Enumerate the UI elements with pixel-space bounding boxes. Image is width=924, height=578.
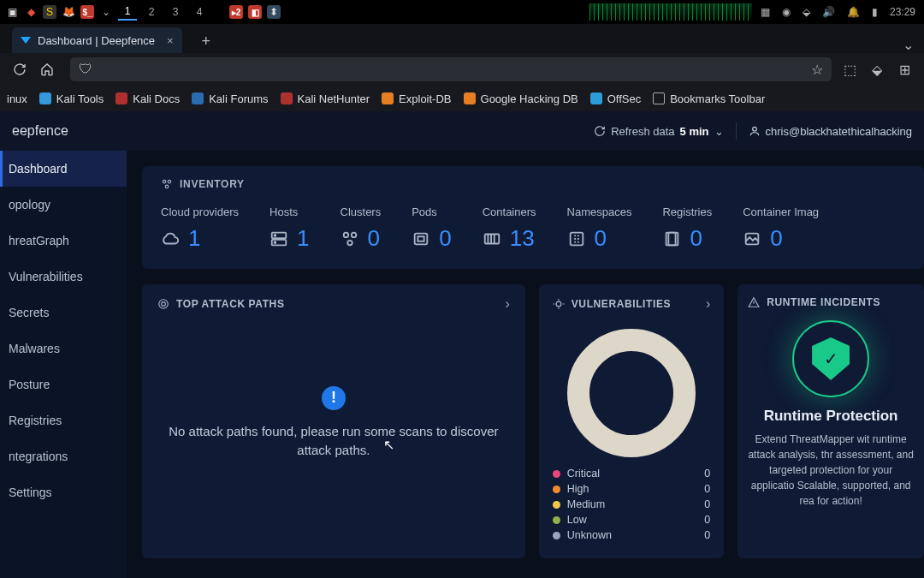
- terminal-icon[interactable]: $_: [80, 5, 94, 19]
- legend-dot: [553, 532, 560, 539]
- legend-count: 0: [704, 514, 710, 526]
- sidebar-item-settings[interactable]: Settings: [0, 474, 127, 510]
- stat-value: 0: [690, 225, 702, 252]
- divider: [736, 122, 737, 140]
- sidebar-item-dashboard[interactable]: Dashboard: [0, 151, 127, 187]
- sidebar-item-registries[interactable]: Registries: [0, 402, 127, 438]
- wifi-icon[interactable]: ⬙: [803, 6, 810, 18]
- workspace-2[interactable]: 2: [142, 3, 161, 21]
- svg-rect-15: [666, 232, 676, 245]
- container-icon: [483, 229, 501, 248]
- user-menu[interactable]: chris@blackhatethicalhacking: [749, 125, 912, 138]
- inventory-stat[interactable]: Cloud providers1: [161, 206, 239, 252]
- sidebar-item-vulnerabilities[interactable]: Vulnerabilities: [0, 259, 127, 295]
- user-email: chris@blackhatethicalhacking: [766, 125, 912, 138]
- workspace-3[interactable]: 3: [166, 3, 185, 21]
- expand-icon[interactable]: ›: [505, 296, 509, 312]
- tray-icon[interactable]: ◧: [248, 5, 262, 19]
- close-tab-icon[interactable]: ×: [167, 34, 174, 47]
- stat-label: Hosts: [270, 206, 309, 218]
- bookmark-star-icon[interactable]: ☆: [811, 62, 823, 78]
- bookmark-item[interactable]: Bookmarks Toolbar: [653, 92, 765, 105]
- alert-icon: !: [322, 386, 346, 410]
- app-body: Dashboard opology hreatGraph Vulnerabili…: [0, 151, 924, 578]
- chevron-down-icon[interactable]: ⌄: [99, 5, 113, 19]
- tray-icon[interactable]: ▸2: [229, 5, 243, 19]
- sidebar-item-secrets[interactable]: Secrets: [0, 295, 127, 331]
- app-icon[interactable]: ◆: [24, 5, 38, 19]
- firefox-icon[interactable]: 🦊: [62, 5, 75, 19]
- legend-item: High0: [553, 483, 710, 495]
- bookmark-item[interactable]: OffSec: [590, 92, 642, 105]
- inventory-stat[interactable]: Hosts1: [270, 206, 309, 252]
- favicon-icon: [21, 37, 31, 44]
- sidebar-item-malwares[interactable]: Malwares: [0, 331, 127, 366]
- sidebar-item-topology[interactable]: opology: [0, 187, 127, 223]
- workspace-4[interactable]: 4: [190, 3, 209, 21]
- downloads-icon[interactable]: ⬚: [840, 60, 859, 79]
- notification-icon[interactable]: 🔔: [847, 6, 860, 18]
- app-logo[interactable]: eepfence: [12, 123, 68, 139]
- bookmark-item[interactable]: Kali Forums: [192, 92, 268, 105]
- bookmark-item[interactable]: inux: [7, 92, 27, 105]
- empty-message: No attack paths found, please run some s…: [158, 422, 509, 461]
- inventory-stat[interactable]: Container Imag0: [743, 206, 819, 252]
- legend-name: Critical: [567, 468, 705, 480]
- bookmark-item[interactable]: Kali Tools: [39, 92, 104, 105]
- bookmark-item[interactable]: Kali NetHunter: [281, 92, 370, 105]
- tray-icon[interactable]: ▦: [761, 6, 770, 18]
- legend-dot: [553, 516, 560, 524]
- inventory-stat[interactable]: Pods0: [412, 206, 451, 252]
- svg-rect-14: [570, 232, 583, 245]
- battery-icon[interactable]: ▮: [872, 6, 878, 18]
- bookmark-item[interactable]: Exploit-DB: [382, 92, 451, 105]
- inventory-stat[interactable]: Registries0: [662, 206, 712, 252]
- address-bar[interactable]: 🛡 ☆: [70, 57, 832, 81]
- menu-icon[interactable]: ⊞: [895, 60, 914, 79]
- stat-label: Pods: [412, 206, 451, 218]
- card-title: INVENTORY: [180, 178, 245, 190]
- clock[interactable]: 23:29: [890, 6, 915, 18]
- legend-count: 0: [704, 529, 710, 541]
- svg-rect-11: [415, 233, 428, 244]
- stat-value: 13: [510, 225, 535, 252]
- shield-icon[interactable]: 🛡: [79, 62, 92, 77]
- legend-count: 0: [704, 483, 710, 495]
- inventory-stat[interactable]: Clusters0: [341, 206, 382, 252]
- inventory-card: INVENTORY Cloud providers1Hosts1Clusters…: [142, 166, 924, 269]
- inventory-stat[interactable]: Namespaces0: [567, 206, 632, 252]
- stat-label: Registries: [662, 206, 712, 218]
- new-tab-button[interactable]: +: [194, 29, 218, 53]
- inventory-stat[interactable]: Containers13: [483, 206, 536, 252]
- sidebar-item-integrations[interactable]: ntegrations: [0, 438, 127, 474]
- sidebar-item-posture[interactable]: Posture: [0, 366, 127, 402]
- runtime-heading: Runtime Protection: [748, 408, 914, 425]
- camera-icon[interactable]: ◉: [782, 6, 791, 18]
- bookmark-item[interactable]: Google Hacking DB: [464, 92, 578, 105]
- workspace-1[interactable]: 1: [118, 3, 137, 21]
- all-tabs-button[interactable]: ⌄: [903, 37, 914, 53]
- bookmark-item[interactable]: Kali Docs: [116, 92, 180, 105]
- reload-button[interactable]: [10, 60, 29, 79]
- stat-value: 1: [297, 225, 309, 252]
- legend-dot: [553, 486, 560, 493]
- sidebar-item-threatgraph[interactable]: hreatGraph: [0, 223, 127, 259]
- card-title: RUNTIME INCIDENTS: [767, 296, 880, 308]
- legend-name: High: [567, 483, 705, 495]
- extensions-icon[interactable]: ⬙: [868, 60, 886, 79]
- tray-icon[interactable]: ⬍: [267, 5, 281, 19]
- refresh-label: Refresh data: [611, 125, 674, 138]
- svg-point-3: [165, 185, 169, 188]
- legend-dot: [553, 501, 560, 509]
- browser-tab[interactable]: Dashboard | Deepfence ×: [12, 27, 182, 53]
- chevron-down-icon: ⌄: [714, 125, 724, 138]
- runtime-incidents-card: RUNTIME INCIDENTS ✓ Runtime Protection E…: [737, 284, 924, 558]
- expand-icon[interactable]: ›: [706, 296, 710, 312]
- app-icon[interactable]: S: [43, 5, 56, 19]
- svg-point-19: [162, 302, 166, 307]
- refresh-control[interactable]: Refresh data 5 min ⌄: [594, 125, 723, 138]
- stat-value: 0: [439, 225, 451, 252]
- home-button[interactable]: [38, 60, 56, 79]
- volume-icon[interactable]: 🔊: [822, 6, 835, 18]
- app-icon[interactable]: ▣: [5, 5, 19, 19]
